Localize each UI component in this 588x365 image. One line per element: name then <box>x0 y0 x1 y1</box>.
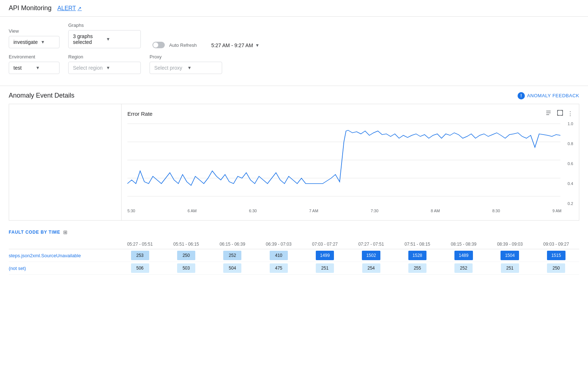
anomaly-feedback-button[interactable]: ! ANOMALY FEEDBACK <box>518 92 579 99</box>
fault-col-9: 09:03 - 09:27 <box>533 239 579 249</box>
fault-cell: 506 <box>117 262 163 275</box>
fault-cell-value: 503 <box>177 263 195 273</box>
fault-cell: 252 <box>441 262 487 275</box>
chart-top-bar: Error Rate ⋮ <box>127 110 573 117</box>
anomaly-section: Anomaly Event Details ! ANOMALY FEEDBACK <box>0 86 588 99</box>
legend-icon[interactable] <box>546 110 553 117</box>
region-select[interactable]: Select region ▼ <box>68 62 141 74</box>
graphs-control-group: Graphs 3 graphs selected ▼ <box>68 22 141 48</box>
fault-cell: 503 <box>163 262 209 275</box>
fault-table-row: steps.json2xml.SourceUnavailable25325025… <box>9 249 579 262</box>
fault-cell: 252 <box>209 249 256 262</box>
chart-area: 1.0 0.8 0.6 0.4 0.2 <box>127 120 573 207</box>
fault-header-row: FAULT CODE BY TIME ⊞ <box>9 229 579 235</box>
graphs-label: Graphs <box>68 22 141 28</box>
region-label: Region <box>68 54 141 60</box>
fault-table-row: (not set)506503504475251254255252251250 <box>9 262 579 275</box>
fault-cell: 1504 <box>487 249 533 262</box>
fault-cell-value: 252 <box>223 251 241 260</box>
fault-col-0: 05:27 - 05:51 <box>117 239 163 249</box>
proxy-placeholder: Select proxy <box>154 65 184 71</box>
proxy-chevron-icon: ▼ <box>187 65 217 70</box>
time-range-value: 5:27 AM - 9:27 AM <box>211 42 253 48</box>
fault-cell: 250 <box>533 262 579 275</box>
chart-icons: ⋮ <box>546 110 573 117</box>
auto-refresh-label: Auto Refresh <box>169 42 197 48</box>
fault-cell-value: 1528 <box>408 251 427 260</box>
chart-container: Error Rate ⋮ <box>9 104 579 221</box>
fault-cell-value: 251 <box>316 263 334 273</box>
y-axis-labels: 1.0 0.8 0.6 0.4 0.2 <box>562 120 573 207</box>
view-chevron-icon: ▼ <box>41 40 55 45</box>
graphs-chevron-icon: ▼ <box>106 37 136 42</box>
time-range-chevron-icon: ▼ <box>255 43 260 48</box>
auto-refresh-group: Auto Refresh <box>152 42 197 48</box>
alert-link[interactable]: ALERT ↗ <box>57 5 82 12</box>
fault-cell-value: 250 <box>177 251 195 260</box>
fault-cell: 1489 <box>441 249 487 262</box>
fault-cell-value: 1499 <box>316 251 334 260</box>
fault-cell: 251 <box>487 262 533 275</box>
fault-cell: 475 <box>256 262 302 275</box>
proxy-select[interactable]: Select proxy ▼ <box>150 62 222 74</box>
controls-section: View investigate ▼ Graphs 3 graphs selec… <box>0 17 588 86</box>
fault-table-title: FAULT CODE BY TIME <box>9 230 60 235</box>
fault-cell-value: 1504 <box>501 251 519 260</box>
fault-col-6: 07:51 - 08:15 <box>394 239 440 249</box>
fault-cell-value: 254 <box>362 263 380 273</box>
anomaly-header: Anomaly Event Details ! ANOMALY FEEDBACK <box>9 92 579 99</box>
environment-select[interactable]: test ▼ <box>9 62 60 74</box>
controls-row-1: View investigate ▼ Graphs 3 graphs selec… <box>9 22 579 48</box>
fault-cell: 254 <box>348 262 394 275</box>
view-select[interactable]: investigate ▼ <box>9 36 60 48</box>
region-chevron-icon: ▼ <box>106 65 136 70</box>
anomaly-feedback-icon: ! <box>518 92 525 99</box>
fault-section: FAULT CODE BY TIME ⊞ 05:27 - 05:51 05:51… <box>9 229 579 283</box>
fault-cell: 253 <box>117 249 163 262</box>
expand-icon[interactable] <box>557 110 563 117</box>
fault-row-name: (not set) <box>9 262 117 275</box>
fault-cell: 251 <box>302 262 348 275</box>
fault-cell-value: 475 <box>270 263 288 273</box>
fault-export-icon[interactable]: ⊞ <box>63 229 68 235</box>
fault-cell: 1515 <box>533 249 579 262</box>
fault-col-7: 08:15 - 08:39 <box>441 239 487 249</box>
region-placeholder: Select region <box>73 65 103 71</box>
fault-cell-value: 253 <box>131 251 149 260</box>
proxy-control-group: Proxy Select proxy ▼ <box>150 54 222 74</box>
page-title: API Monitoring <box>9 4 52 12</box>
fault-col-1: 05:51 - 06:15 <box>163 239 209 249</box>
fault-cell: 1499 <box>302 249 348 262</box>
fault-cell-value: 410 <box>270 251 288 260</box>
more-options-icon[interactable]: ⋮ <box>567 110 573 117</box>
view-label: View <box>9 28 60 34</box>
fault-cell: 250 <box>163 249 209 262</box>
error-rate-chart <box>127 120 573 207</box>
chart-left-panel <box>9 104 122 220</box>
environment-label: Environment <box>9 54 60 60</box>
chart-main-panel: Error Rate ⋮ <box>122 104 579 220</box>
chart-title: Error Rate <box>127 111 152 117</box>
fault-col-8: 08:39 - 09:03 <box>487 239 533 249</box>
fault-cell: 255 <box>394 262 440 275</box>
x-axis-labels: 5:30 6 AM 6:30 7 AM 7:30 8 AM 8:30 9 AM <box>127 207 573 213</box>
fault-cell: 410 <box>256 249 302 262</box>
fault-col-2: 06:15 - 06:39 <box>209 239 256 249</box>
environment-value: test <box>13 65 33 71</box>
svg-rect-3 <box>558 110 563 115</box>
fault-table: 05:27 - 05:51 05:51 - 06:15 06:15 - 06:3… <box>9 239 579 275</box>
fault-cell: 1502 <box>348 249 394 262</box>
time-range-selector[interactable]: 5:27 AM - 9:27 AM ▼ <box>211 42 260 48</box>
region-control-group: Region Select region ▼ <box>68 54 141 74</box>
auto-refresh-toggle[interactable] <box>152 42 165 48</box>
proxy-label: Proxy <box>150 54 222 60</box>
view-value: investigate <box>13 39 38 45</box>
fault-cell-value: 1489 <box>454 251 473 260</box>
anomaly-title: Anomaly Event Details <box>9 92 74 99</box>
fault-cell: 1528 <box>394 249 440 262</box>
fault-cell-value: 251 <box>501 263 519 273</box>
graphs-select[interactable]: 3 graphs selected ▼ <box>68 30 141 48</box>
fault-cell-value: 1515 <box>547 251 565 260</box>
fault-row-name: steps.json2xml.SourceUnavailable <box>9 249 117 262</box>
fault-cell-value: 255 <box>408 263 426 273</box>
